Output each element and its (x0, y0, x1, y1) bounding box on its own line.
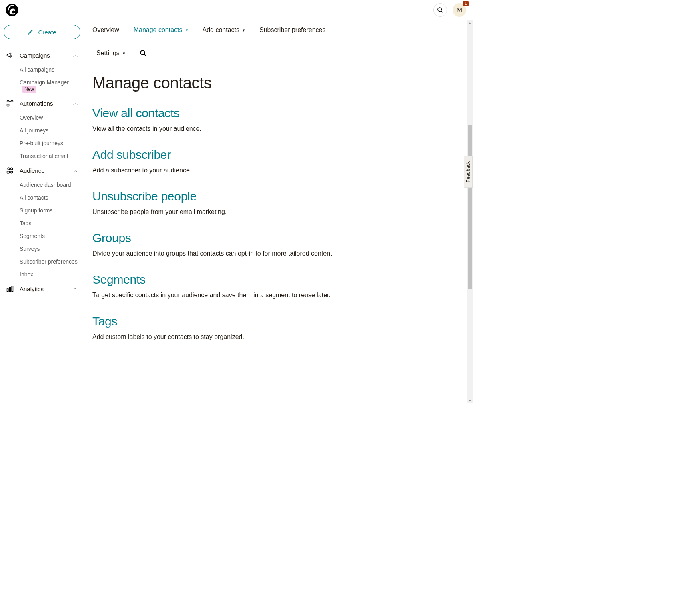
global-search-button[interactable] (433, 3, 447, 17)
notification-badge: 1 (463, 1, 469, 6)
logo[interactable] (4, 2, 20, 18)
svg-rect-11 (7, 289, 8, 292)
link-unsubscribe-people[interactable]: Unsubscribe people (92, 190, 459, 203)
sidebar-item-all-journeys[interactable]: All journeys (20, 124, 80, 137)
svg-point-14 (140, 50, 145, 55)
desc-view-all-contacts: View all the contacts in your audience. (92, 124, 459, 134)
tab-add-contacts[interactable]: Add contacts ▾ (203, 26, 245, 34)
sidebar-item-all-contacts[interactable]: All contacts (20, 191, 80, 204)
sidebar-item-subscriber-preferences[interactable]: Subscriber preferences (20, 255, 80, 268)
chevron-down-icon: ▾ (123, 51, 125, 56)
sidebar-item-audience-dashboard[interactable]: Audience dashboard (20, 178, 80, 191)
sidebar-item-inbox[interactable]: Inbox (20, 268, 80, 281)
audience-search-button[interactable] (140, 50, 147, 57)
chevron-up-icon: ︿ (73, 100, 78, 107)
analytics-icon (6, 285, 14, 293)
desc-unsubscribe-people: Unsubscribe people from your email marke… (92, 207, 459, 217)
svg-point-10 (11, 171, 13, 173)
avatar-initial: M (456, 6, 462, 14)
desc-segments: Target specific contacts in your audienc… (92, 290, 459, 300)
scrollbar-thumb[interactable] (468, 125, 472, 289)
sidebar-item-transactional-email[interactable]: Transactional email (20, 150, 80, 162)
sidebar-section-audience[interactable]: Audience ︿ (4, 162, 80, 178)
link-segments[interactable]: Segments (92, 273, 459, 286)
vertical-scrollbar[interactable]: ▴ ▾ (467, 20, 473, 403)
megaphone-icon (6, 51, 14, 59)
tab-manage-contacts[interactable]: Manage contacts ▾ (134, 26, 188, 34)
desc-tags: Add custom labels to your contacts to st… (92, 332, 459, 342)
create-button[interactable]: Create (4, 25, 80, 39)
new-badge: New (22, 86, 36, 93)
svg-line-3 (441, 11, 443, 12)
audience-icon (6, 166, 14, 174)
tab-settings[interactable]: Settings ▾ (96, 50, 125, 57)
sidebar-item-signup-forms[interactable]: Signup forms (20, 204, 80, 217)
chevron-down-icon: ▾ (186, 28, 188, 33)
svg-point-4 (7, 100, 9, 102)
feedback-tab[interactable]: Feedback (464, 156, 473, 188)
sidebar-item-tags[interactable]: Tags (20, 217, 80, 230)
pencil-icon (28, 29, 34, 35)
svg-rect-12 (9, 288, 10, 292)
svg-point-8 (11, 168, 13, 170)
search-icon (437, 7, 443, 13)
link-add-subscriber[interactable]: Add subscriber (92, 148, 459, 162)
tab-subscriber-preferences[interactable]: Subscriber preferences (259, 26, 325, 34)
sidebar-section-analytics[interactable]: Analytics ﹀ (4, 281, 80, 297)
sidebar-section-label: Automations (20, 100, 68, 107)
scroll-down-icon[interactable]: ▾ (467, 398, 473, 403)
chevron-down-icon: ﹀ (73, 286, 78, 292)
sidebar: Create Campaigns ︿ All campaigns Campaig… (0, 20, 84, 403)
svg-rect-6 (7, 104, 9, 106)
avatar[interactable]: M 1 (453, 3, 466, 17)
sidebar-item-segments[interactable]: Segments (20, 230, 80, 242)
sidebar-item-campaign-manager[interactable]: Campaign Manager New (20, 76, 80, 95)
desc-add-subscriber: Add a subscriber to your audience. (92, 166, 459, 175)
automation-icon (6, 99, 14, 107)
tab-overview[interactable]: Overview (92, 26, 119, 34)
svg-point-5 (11, 100, 13, 102)
sidebar-section-campaigns[interactable]: Campaigns ︿ (4, 47, 80, 63)
link-groups[interactable]: Groups (92, 231, 459, 245)
search-icon (140, 50, 147, 57)
svg-point-1 (13, 9, 14, 10)
svg-rect-9 (7, 171, 10, 173)
mailchimp-logo-icon (5, 3, 19, 17)
tabs: Overview Manage contacts ▾ Add contacts … (92, 20, 459, 61)
sidebar-section-label: Campaigns (20, 52, 68, 59)
scrollbar-track[interactable] (467, 25, 473, 398)
sidebar-item-surveys[interactable]: Surveys (20, 242, 80, 255)
sidebar-item-automations-overview[interactable]: Overview (20, 111, 80, 124)
svg-point-2 (438, 8, 441, 11)
sidebar-section-automations[interactable]: Automations ︿ (4, 95, 80, 111)
sidebar-item-all-campaigns[interactable]: All campaigns (20, 63, 80, 76)
chevron-down-icon: ▾ (243, 28, 245, 33)
link-view-all-contacts[interactable]: View all contacts (92, 106, 459, 120)
link-tags[interactable]: Tags (92, 315, 459, 328)
chevron-up-icon: ︿ (73, 52, 78, 59)
desc-groups: Divide your audience into groups that co… (92, 249, 459, 258)
page-title: Manage contacts (92, 74, 459, 92)
chevron-up-icon: ︿ (73, 167, 78, 174)
sidebar-section-label: Audience (20, 167, 68, 174)
sidebar-section-label: Analytics (20, 286, 68, 292)
sidebar-item-prebuilt-journeys[interactable]: Pre-built journeys (20, 137, 80, 150)
svg-rect-13 (12, 286, 13, 291)
svg-line-15 (144, 54, 146, 56)
main-content: Overview Manage contacts ▾ Add contacts … (84, 20, 467, 403)
svg-point-7 (8, 168, 10, 170)
create-button-label: Create (38, 29, 56, 36)
scroll-up-icon[interactable]: ▴ (467, 20, 473, 25)
